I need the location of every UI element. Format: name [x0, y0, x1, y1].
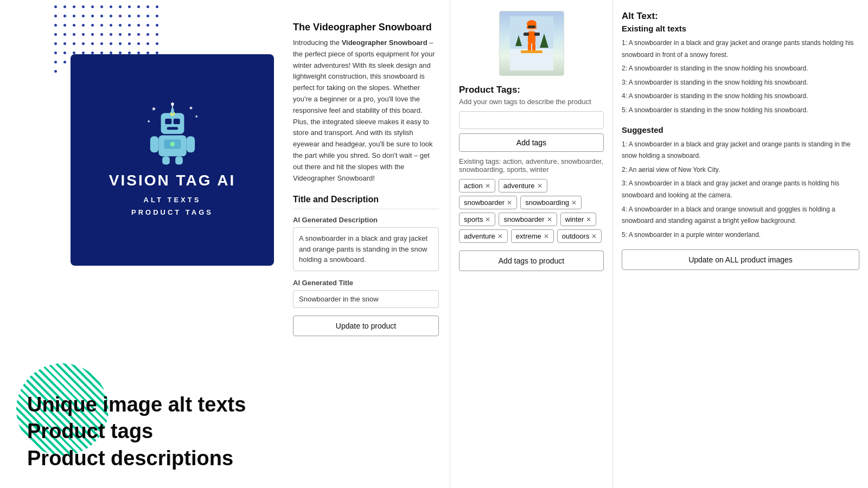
tag-item: extreme✕	[511, 229, 554, 243]
svg-rect-19	[175, 156, 183, 164]
desc-intro: Introducing the	[293, 38, 342, 47]
robot-icon: ★ ★ ★ ★ ★	[140, 101, 205, 166]
product-title: The Videographer Snowboard	[293, 22, 439, 33]
svg-text:★: ★	[189, 105, 193, 111]
tag-item: outdoors✕	[557, 229, 602, 243]
existing-alt-text-item: 4: A snowboarder is standing in the snow…	[622, 91, 859, 102]
svg-text:★: ★	[151, 106, 156, 112]
tag-item: sports✕	[459, 213, 495, 226]
tags-input[interactable]	[459, 111, 604, 129]
tag-item: winter✕	[560, 213, 597, 226]
svg-rect-30	[521, 50, 542, 53]
tags-section-title: Product Tags:	[459, 85, 604, 95]
product-image	[499, 11, 564, 76]
update-all-product-images-button[interactable]: Update on ALL product images	[622, 249, 859, 270]
alt-text-title: Alt Text:	[622, 11, 859, 22]
main-container: ★ ★ ★ ★ ★	[0, 0, 868, 488]
existing-alt-text-item: 5: A snowboarder is standing in the snow…	[622, 105, 859, 117]
logo-subtitle-line1: ALT TEXTS	[144, 196, 201, 204]
svg-text:★: ★	[146, 119, 150, 123]
tag-remove-icon[interactable]: ✕	[485, 216, 490, 223]
existing-alt-text-item: 2: A snowboarder is standing in the snow…	[622, 63, 859, 75]
logo-card: ★ ★ ★ ★ ★	[71, 54, 274, 266]
tag-item: adventure✕	[499, 179, 547, 192]
tag-item: action✕	[459, 179, 495, 192]
svg-rect-7	[173, 118, 180, 124]
existing-tags-text: Existing tags: action, adventure, snowbo…	[459, 157, 604, 174]
add-tags-to-product-button[interactable]: Add tags to product	[459, 251, 604, 271]
svg-text:★: ★	[195, 114, 198, 118]
svg-point-15	[170, 142, 175, 146]
svg-rect-18	[162, 156, 170, 164]
tag-remove-icon[interactable]: ✕	[591, 233, 597, 240]
add-tags-button[interactable]: Add tags	[459, 133, 604, 152]
svg-rect-33	[528, 25, 535, 28]
tag-remove-icon[interactable]: ✕	[571, 200, 577, 206]
ai-title-input[interactable]	[293, 290, 439, 308]
update-to-product-button[interactable]: Update to product	[293, 316, 439, 336]
tag-item: snowboarding✕	[520, 196, 582, 209]
svg-rect-12	[167, 127, 178, 130]
svg-rect-29	[532, 43, 535, 52]
product-image-container	[459, 11, 604, 76]
svg-rect-6	[165, 118, 171, 124]
tag-remove-icon[interactable]: ✕	[507, 200, 512, 206]
logo-subtitle: ALT TEXTS PRODUCT TAGS	[131, 194, 213, 219]
tag-item: adventure✕	[459, 229, 508, 243]
suggested-alt-text-item: 4: A snowboarder in a black and orange s…	[622, 204, 859, 227]
overlay-line1: Unique image alt texts	[27, 393, 246, 416]
existing-alt-texts-subtitle: Existing alt texts	[622, 24, 859, 33]
alt-text-panel: Alt Text: Existing alt texts 1: A snowbo…	[613, 0, 868, 488]
tags-container: action✕adventure✕snowboarder✕snowboardin…	[459, 179, 604, 243]
svg-rect-9	[171, 108, 174, 113]
logo-subtitle-line2: PRODUCT TAGS	[131, 208, 213, 216]
left-panel: ★ ★ ★ ★ ★	[0, 0, 282, 488]
suggested-subtitle: Suggested	[622, 125, 859, 134]
suggested-alt-text-item: 3: A snowboarder in a black and gray jac…	[622, 178, 859, 201]
ai-description-box: A snowboarder in a black and gray jacket…	[293, 227, 439, 271]
tag-remove-icon[interactable]: ✕	[497, 233, 503, 240]
section-title: Title and Description	[293, 195, 439, 209]
desc-rest: – the perfect piece of sports equipment …	[293, 38, 435, 182]
logo-title: VISION TAG AI	[109, 172, 235, 189]
overlay-line3: Product descriptions	[27, 447, 233, 470]
svg-rect-5	[161, 113, 184, 134]
svg-rect-27	[534, 33, 540, 36]
svg-point-11	[171, 102, 174, 105]
tags-hint: Add your own tags to describe the produc…	[459, 98, 604, 106]
ai-desc-label: AI Generated Description	[293, 216, 439, 224]
tag-item: snowboarder✕	[459, 196, 517, 209]
overlay-text: Unique image alt texts Product tags Prod…	[27, 391, 246, 472]
product-description: Introducing the Videographer Snowboard –…	[293, 37, 439, 184]
desc-bold: Videographer Snowboard	[342, 38, 427, 47]
overlay-line2: Product tags	[27, 420, 153, 442]
existing-alt-text-item: 3: A snowboarder is standing in the snow…	[622, 77, 859, 89]
svg-rect-25	[528, 31, 535, 43]
tag-remove-icon[interactable]: ✕	[544, 233, 549, 240]
svg-rect-17	[186, 136, 194, 152]
tag-remove-icon[interactable]: ✕	[485, 183, 490, 189]
tag-remove-icon[interactable]: ✕	[547, 216, 552, 223]
middle-panel: The Videographer Snowboard Introducing t…	[282, 0, 450, 488]
suggested-alt-texts-list: 1: A snowboarder in a black and gray jac…	[622, 139, 859, 241]
tag-remove-icon[interactable]: ✕	[537, 183, 542, 189]
suggested-alt-text-item: 2: An aerial view of New York City.	[622, 164, 859, 176]
svg-rect-28	[528, 43, 531, 52]
suggested-alt-text-item: 1: A snowboarder in a black and gray jac…	[622, 139, 859, 162]
tags-panel: Product Tags: Add your own tags to descr…	[450, 0, 613, 488]
existing-alt-texts-list: 1: A snowboarder in a black and gray jac…	[622, 37, 859, 117]
svg-rect-16	[150, 136, 158, 152]
tag-item: snowboarder✕	[499, 213, 557, 226]
suggested-alt-text-item: 5: A snowboarder in a purple winter wond…	[622, 229, 859, 241]
svg-rect-26	[524, 33, 529, 36]
tag-remove-icon[interactable]: ✕	[586, 216, 591, 223]
ai-title-label: AI Generated Title	[293, 279, 439, 287]
snowboarder-image	[500, 11, 564, 75]
existing-alt-text-item: 1: A snowboarder in a black and gray jac…	[622, 37, 859, 61]
